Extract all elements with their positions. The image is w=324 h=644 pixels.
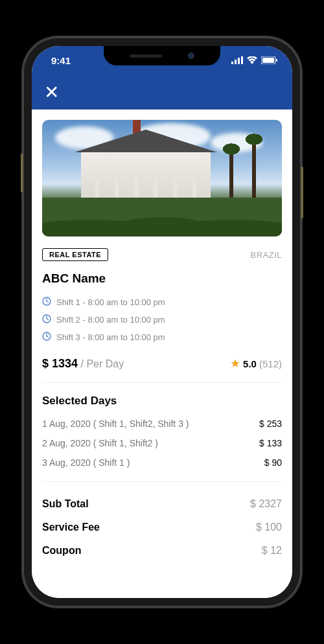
subtotal-value: $ 2327 bbox=[250, 498, 282, 510]
status-time: 9:41 bbox=[46, 55, 71, 66]
price-unit: / Per Day bbox=[81, 358, 124, 369]
notch bbox=[104, 46, 220, 65]
fee-value: $ 100 bbox=[256, 522, 282, 533]
shift-label: Shift 1 - 8:00 am to 10:00 pm bbox=[56, 297, 165, 307]
app-header: ✕ bbox=[32, 75, 292, 109]
day-amount: $ 253 bbox=[259, 419, 282, 429]
close-button[interactable]: ✕ bbox=[40, 80, 63, 104]
selected-days-title: Selected Days bbox=[42, 395, 282, 408]
day-label: 2 Aug, 2020 ( Shift 1, Shift2 ) bbox=[42, 438, 158, 448]
shifts-list: Shift 1 - 8:00 am to 10:00 pm Shift 2 - … bbox=[42, 293, 282, 346]
rating-count: (512) bbox=[259, 358, 282, 369]
fee-label: Service Fee bbox=[42, 522, 100, 533]
day-label: 1 Aug, 2020 ( Shift 1, Shift2, Shift 3 ) bbox=[42, 419, 189, 429]
location-label: BRAZIL bbox=[250, 250, 282, 260]
price-block: $ 1334 / Per Day bbox=[42, 357, 124, 371]
subtotal-row: Sub Total $ 2327 bbox=[42, 492, 282, 516]
front-camera bbox=[188, 52, 194, 59]
rating-block[interactable]: ★ 5.0 (512) bbox=[230, 356, 282, 371]
selected-days-list: 1 Aug, 2020 ( Shift 1, Shift2, Shift 3 )… bbox=[42, 414, 282, 472]
wifi-icon bbox=[247, 56, 257, 64]
rating-value: 5.0 bbox=[243, 358, 257, 369]
day-label: 3 Aug, 2020 ( Shift 1 ) bbox=[42, 457, 130, 468]
totals-section: Sub Total $ 2327 Service Fee $ 100 Coupo… bbox=[42, 481, 282, 562]
coupon-row: Coupon $ 12 bbox=[42, 539, 282, 562]
svg-rect-0 bbox=[231, 62, 233, 64]
day-amount: $ 90 bbox=[264, 457, 282, 468]
property-image[interactable] bbox=[42, 120, 282, 236]
category-tag[interactable]: REAL ESTATE bbox=[42, 248, 108, 261]
shift-row: Shift 1 - 8:00 am to 10:00 pm bbox=[42, 293, 282, 311]
coupon-label: Coupon bbox=[42, 545, 81, 557]
clock-icon bbox=[42, 297, 51, 308]
svg-rect-2 bbox=[238, 58, 240, 64]
price-row: $ 1334 / Per Day ★ 5.0 (512) bbox=[42, 356, 282, 383]
day-row: 3 Aug, 2020 ( Shift 1 ) $ 90 bbox=[42, 453, 282, 472]
svg-rect-5 bbox=[262, 58, 274, 63]
day-row: 2 Aug, 2020 ( Shift 1, Shift2 ) $ 133 bbox=[42, 433, 282, 453]
day-amount: $ 133 bbox=[259, 438, 282, 448]
battery-icon bbox=[261, 56, 278, 64]
svg-rect-6 bbox=[276, 59, 277, 62]
close-icon: ✕ bbox=[44, 82, 59, 103]
listing-title: ABC Name bbox=[42, 271, 282, 286]
day-row: 1 Aug, 2020 ( Shift 1, Shift2, Shift 3 )… bbox=[42, 414, 282, 433]
content-area[interactable]: REAL ESTATE BRAZIL ABC Name Shift 1 - 8:… bbox=[32, 109, 292, 598]
clock-icon bbox=[42, 332, 51, 343]
shift-label: Shift 2 - 8:00 am to 10:00 pm bbox=[56, 315, 165, 325]
svg-rect-1 bbox=[235, 60, 237, 64]
clock-icon bbox=[42, 314, 51, 325]
coupon-value: $ 12 bbox=[262, 545, 282, 557]
speaker-grille bbox=[130, 54, 162, 58]
signal-icon bbox=[231, 56, 243, 64]
phone-frame: 9:41 ✕ bbox=[23, 37, 301, 607]
shift-label: Shift 3 - 8:00 am to 10:00 pm bbox=[56, 332, 165, 342]
service-fee-row: Service Fee $ 100 bbox=[42, 516, 282, 539]
price-value: $ 1334 bbox=[42, 357, 78, 370]
shift-row: Shift 2 - 8:00 am to 10:00 pm bbox=[42, 311, 282, 328]
tag-row: REAL ESTATE BRAZIL bbox=[42, 248, 282, 261]
star-icon: ★ bbox=[230, 356, 240, 371]
shift-row: Shift 3 - 8:00 am to 10:00 pm bbox=[42, 328, 282, 346]
status-indicators bbox=[231, 56, 278, 64]
subtotal-label: Sub Total bbox=[42, 498, 89, 510]
screen: 9:41 ✕ bbox=[32, 46, 292, 598]
svg-rect-3 bbox=[241, 56, 243, 64]
